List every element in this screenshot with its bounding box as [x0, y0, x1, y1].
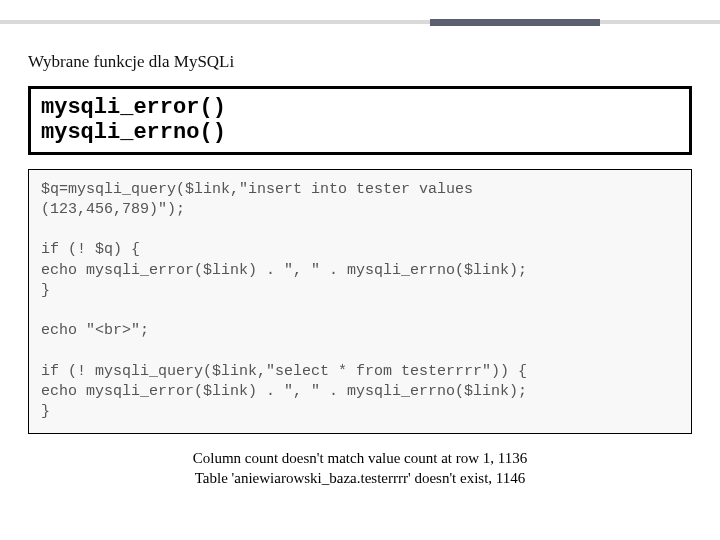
top-bar-grey — [0, 20, 720, 24]
function-name-2: mysqli_errno() — [41, 120, 679, 145]
section-subtitle: Wybrane funkcje dla MySQLi — [28, 52, 692, 72]
function-names-box: mysqli_error() mysqli_errno() — [28, 86, 692, 155]
output-block: Column count doesn't match value count a… — [28, 448, 692, 489]
output-line-2: Table 'aniewiarowski_baza.testerrrr' doe… — [28, 468, 692, 488]
code-example-box: $q=mysqli_query($link,"insert into teste… — [28, 169, 692, 434]
slide-content: Wybrane funkcje dla MySQLi mysqli_error(… — [28, 52, 692, 488]
function-name-1: mysqli_error() — [41, 95, 679, 120]
top-bar-accent — [430, 19, 600, 26]
output-line-1: Column count doesn't match value count a… — [28, 448, 692, 468]
decorative-top-bar — [0, 20, 720, 24]
